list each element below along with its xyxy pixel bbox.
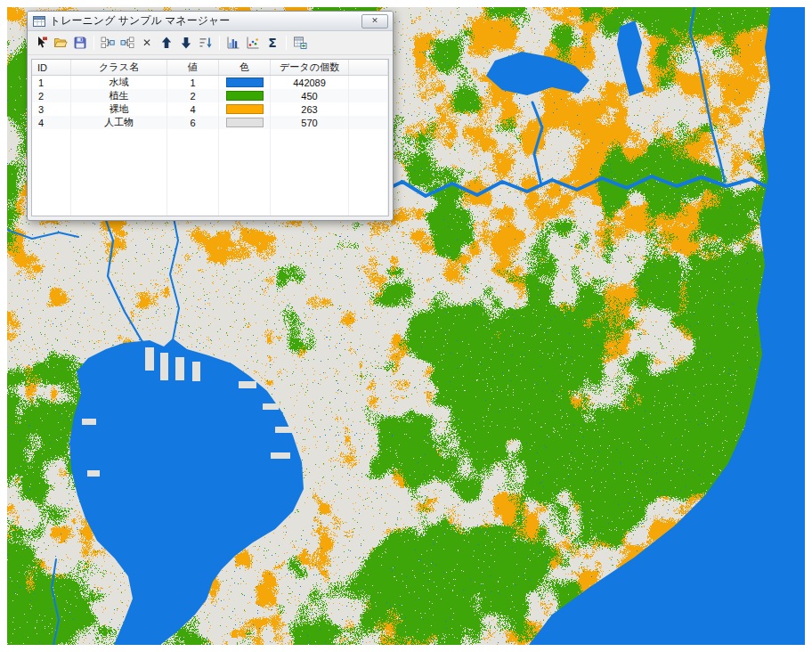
- cell-class: 裸地: [71, 102, 167, 116]
- draw-training-sample-button[interactable]: [32, 34, 50, 52]
- color-swatch[interactable]: [226, 91, 264, 101]
- statistics-sigma-icon: Σ: [268, 37, 277, 49]
- dialog-toolbar: ✕: [28, 31, 393, 55]
- scatter-plot-button[interactable]: [244, 34, 262, 52]
- cell-count: 570: [271, 116, 349, 129]
- split-classes-button[interactable]: [118, 34, 136, 52]
- save-icon: [73, 36, 87, 50]
- cell-color: [219, 89, 271, 102]
- col-header-color[interactable]: 色: [219, 60, 271, 75]
- color-swatch[interactable]: [226, 118, 264, 127]
- cell-color: [219, 116, 271, 129]
- cell-class: 植生: [71, 89, 167, 102]
- training-samples-table: ID クラス名 値 色 データの個数 1 水域 1 442089 2 植生 2: [31, 59, 389, 216]
- scatter-plot-icon: [246, 36, 260, 50]
- cell-value: 4: [167, 102, 219, 116]
- sort-button[interactable]: [197, 34, 215, 52]
- open-button[interactable]: [52, 34, 69, 52]
- col-header-count[interactable]: データの個数: [271, 60, 349, 75]
- col-header-class[interactable]: クラス名: [71, 60, 167, 75]
- toolbar-separator: [93, 36, 94, 50]
- color-swatch[interactable]: [226, 104, 264, 114]
- cell-count: 442089: [271, 76, 349, 89]
- merge-classes-icon: [101, 36, 115, 50]
- save-button[interactable]: [71, 34, 89, 52]
- cell-value: 6: [167, 116, 219, 129]
- application-window: トレーニング サンプル マネージャー ✕: [0, 0, 812, 652]
- cell-color: [219, 76, 271, 89]
- table-row[interactable]: 2 植生 2 450: [32, 89, 388, 102]
- table-row[interactable]: 3 裸地 4 263: [32, 102, 388, 116]
- cell-id: 2: [32, 89, 71, 102]
- move-down-button[interactable]: [177, 34, 195, 52]
- cell-id: 4: [32, 116, 71, 129]
- dialog-table-icon: [32, 14, 46, 29]
- sort-icon: [199, 36, 213, 50]
- cell-count: 450: [271, 89, 349, 102]
- move-up-button[interactable]: [158, 34, 175, 52]
- table-row[interactable]: 1 水域 1 442089: [32, 76, 388, 89]
- move-down-icon: [179, 36, 193, 50]
- cell-id: 1: [32, 76, 71, 89]
- cell-color: [219, 102, 271, 116]
- delete-button[interactable]: ✕: [138, 34, 156, 52]
- histogram-button[interactable]: [224, 34, 242, 52]
- open-folder-icon: [53, 36, 68, 50]
- histogram-icon: [226, 36, 240, 50]
- move-up-icon: [159, 36, 174, 50]
- signature-file-button[interactable]: [291, 34, 309, 52]
- dialog-title: トレーニング サンプル マネージャー: [50, 13, 358, 29]
- cell-id: 3: [32, 102, 71, 116]
- dialog-titlebar[interactable]: トレーニング サンプル マネージャー ✕: [28, 12, 393, 31]
- cell-value: 2: [167, 89, 219, 102]
- cell-class: 人工物: [71, 116, 167, 129]
- training-sample-manager-dialog: トレーニング サンプル マネージャー ✕: [27, 11, 394, 221]
- cell-class: 水域: [71, 76, 167, 89]
- signature-file-icon: [293, 36, 307, 50]
- cell-value: 1: [167, 76, 219, 89]
- toolbar-separator: [219, 36, 220, 50]
- col-header-value[interactable]: 値: [167, 60, 219, 75]
- table-header-row: ID クラス名 値 色 データの個数: [32, 60, 388, 76]
- draw-training-sample-icon: [34, 36, 48, 50]
- color-swatch[interactable]: [226, 77, 264, 87]
- merge-classes-button[interactable]: [99, 34, 117, 52]
- col-header-id[interactable]: ID: [32, 60, 71, 75]
- table-row[interactable]: 4 人工物 6 570: [32, 116, 388, 129]
- split-classes-icon: [120, 36, 134, 50]
- toolbar-separator: [286, 36, 287, 50]
- close-button[interactable]: ✕: [361, 14, 388, 29]
- delete-icon: ✕: [142, 37, 151, 48]
- cell-count: 263: [271, 102, 349, 116]
- statistics-button[interactable]: Σ: [264, 34, 281, 52]
- col-header-blank: [349, 60, 388, 75]
- table-empty-area[interactable]: [32, 129, 388, 216]
